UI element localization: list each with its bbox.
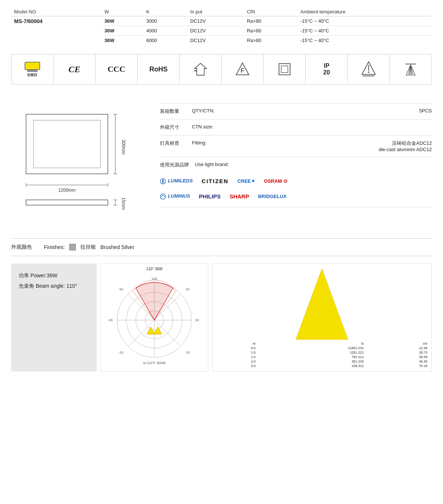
qty-label-en: QTY/CTN: bbox=[192, 108, 225, 114]
lux-cm: 12.36 bbox=[365, 346, 428, 350]
fitting-value: 压铸铝合金ADC12 die-cast aluminm ADC12 bbox=[231, 140, 432, 152]
lux-lx: 11851.231 bbox=[257, 346, 365, 350]
brand-label-en: Use light brand: bbox=[195, 162, 229, 168]
col-header-cri: CRI bbox=[244, 7, 298, 16]
lux-table-row: 1.5 791.211 35.09 bbox=[215, 355, 428, 359]
spec-info-qty: 装箱数量 QTY/CTN: 5PCS bbox=[160, 103, 432, 119]
finishes-swatch bbox=[69, 244, 76, 251]
brand-philips: PHILIPS bbox=[199, 193, 221, 200]
lux-table-row: 2.0 351.232 46.45 bbox=[215, 359, 428, 364]
svg-rect-8 bbox=[281, 66, 288, 73]
lux-table-row: 0.5 11851.231 12.36 bbox=[215, 346, 428, 350]
brand-luminus: LUMINUS bbox=[160, 193, 190, 200]
brand-sharp: SHARP bbox=[229, 193, 249, 200]
row-cri: Ra>80 bbox=[244, 36, 298, 45]
spec-info-fitting: 灯具材质 Fitting: 压铸铝合金ADC12 die-cast alumin… bbox=[160, 135, 432, 157]
spec-info-ctn: 外箱尺寸 CTN size: bbox=[160, 119, 432, 135]
lux-col-lx: lx bbox=[257, 341, 365, 346]
spec-info-brands: 使用光源品牌 Use light brand: LUMILEDS CITIZEN… bbox=[160, 157, 432, 207]
fitting-value-cn: 压铸铝合金ADC12 bbox=[231, 140, 432, 147]
row-temp: -15°C ~ 40°C bbox=[298, 16, 432, 26]
cert-ccc: CCC bbox=[96, 54, 138, 84]
qty-value: 5PCS bbox=[231, 108, 432, 114]
row-w: 36W bbox=[102, 26, 143, 36]
luminus-icon bbox=[160, 194, 166, 200]
svg-text:180: 180 bbox=[151, 277, 157, 281]
lux-lx: 791.211 bbox=[257, 355, 365, 359]
lux-cm: 70.18 bbox=[365, 364, 428, 368]
lux-m: 0.5 bbox=[215, 346, 257, 350]
finishes-label-en: Finishes: bbox=[44, 244, 65, 250]
fitting-label-en: Fitting: bbox=[192, 140, 225, 146]
cert-smd: SMD bbox=[12, 54, 54, 84]
spec-info-panel: 装箱数量 QTY/CTN: 5PCS 外箱尺寸 CTN size: 灯具材质 F… bbox=[160, 99, 432, 207]
certifications-row: SMD CE CCC RoHS F IP 20 bbox=[11, 54, 432, 84]
lux-m: 1.5 bbox=[215, 355, 257, 359]
row-input: DC12V bbox=[187, 36, 244, 45]
row-w: 36W bbox=[102, 36, 143, 45]
svg-point-11 bbox=[368, 71, 369, 73]
lux-table-row: 1.0 1251.221 28.73 bbox=[215, 350, 428, 355]
row-input: DC12V bbox=[187, 26, 244, 36]
cert-energy bbox=[180, 54, 222, 84]
brand-label-cn: 使用光源品牌 bbox=[160, 162, 189, 168]
lux-cm: 28.73 bbox=[365, 350, 428, 355]
col-header-temp: Ambient temperature bbox=[298, 7, 432, 16]
power-label: 功率 Power:36W bbox=[19, 270, 89, 281]
svg-text:15mm: 15mm bbox=[121, 197, 126, 210]
finishes-label-cn: 外观颜色 bbox=[11, 244, 32, 251]
row-cri: Ra>80 bbox=[244, 26, 298, 36]
brand-cree: CREE✦ bbox=[237, 178, 255, 184]
flammability-icon: F bbox=[235, 61, 250, 77]
smd-icon bbox=[24, 61, 41, 73]
cert-rohs: RoHS bbox=[138, 54, 180, 84]
photometric-title: 110° 36W bbox=[146, 267, 163, 271]
cert-flammability: F bbox=[222, 54, 264, 84]
svg-text:1200mm: 1200mm bbox=[58, 188, 76, 193]
lux-table-row: 3.0 156.312 70.18 bbox=[215, 364, 428, 368]
svg-rect-1 bbox=[27, 70, 38, 72]
cert-square bbox=[264, 54, 306, 84]
polar-chart-svg: 180 90 -90 0 -60 60 -30 30 bbox=[106, 272, 203, 369]
weee-icon bbox=[361, 61, 376, 77]
lux-m: 3.0 bbox=[215, 364, 257, 368]
bottom-section: 功率 Power:36W 光束角 Beam angle: 110° 110° 3… bbox=[11, 264, 432, 371]
lux-lx: 1251.221 bbox=[257, 350, 365, 355]
beam-label: 光束角 Beam angle: 110° bbox=[19, 281, 89, 291]
lux-m: 2.0 bbox=[215, 359, 257, 364]
lux-data-table: m lx cm 0.5 11851.231 12.361.0 1251.221 … bbox=[215, 341, 428, 368]
row-w: 36W bbox=[102, 16, 143, 26]
svg-marker-51 bbox=[296, 269, 348, 339]
svg-text:90: 90 bbox=[195, 318, 199, 322]
power-info-box: 功率 Power:36W 光束角 Beam angle: 110° bbox=[11, 264, 97, 371]
svg-rect-7 bbox=[279, 64, 290, 75]
svg-text:-90: -90 bbox=[108, 318, 113, 322]
row-k: 4000 bbox=[143, 26, 187, 36]
cert-light-dist bbox=[390, 54, 431, 84]
svg-rect-18 bbox=[33, 120, 100, 168]
svg-marker-2 bbox=[195, 63, 206, 75]
col-header-w: W bbox=[102, 7, 143, 16]
lumileds-icon bbox=[160, 178, 166, 184]
cert-ip20: IP 20 bbox=[306, 54, 348, 84]
svg-text:300mm: 300mm bbox=[121, 140, 126, 154]
lux-lx: 351.232 bbox=[257, 359, 365, 364]
light-dist-icon bbox=[402, 62, 419, 77]
diagram-area: 1200mm 300mm 15mm bbox=[11, 99, 145, 227]
brands-row-2: LUMINUS PHILIPS SHARP BRIDGELUX bbox=[160, 193, 286, 200]
svg-rect-0 bbox=[25, 62, 40, 70]
svg-text:60: 60 bbox=[186, 287, 190, 291]
svg-rect-17 bbox=[26, 114, 108, 174]
fitting-label-cn: 灯具材质 bbox=[160, 140, 186, 147]
photometric-diagram: 110° 36W 180 90 -90 0 -60 60 -30 30 bbox=[100, 264, 208, 371]
row-cri: Ra>80 bbox=[244, 16, 298, 26]
row-input: DC12V bbox=[187, 16, 244, 26]
ccc-symbol: CCC bbox=[107, 64, 125, 74]
col-header-model: Model NO. bbox=[11, 7, 102, 16]
svg-text:30: 30 bbox=[186, 351, 190, 354]
brand-label-row: 使用光源品牌 Use light brand: bbox=[160, 162, 229, 168]
model-number: MS-7/60004 bbox=[11, 16, 102, 45]
ce-symbol: CE bbox=[68, 64, 80, 74]
ip20-symbol: IP bbox=[324, 63, 329, 69]
ctn-label-cn: 外箱尺寸 bbox=[160, 124, 186, 131]
